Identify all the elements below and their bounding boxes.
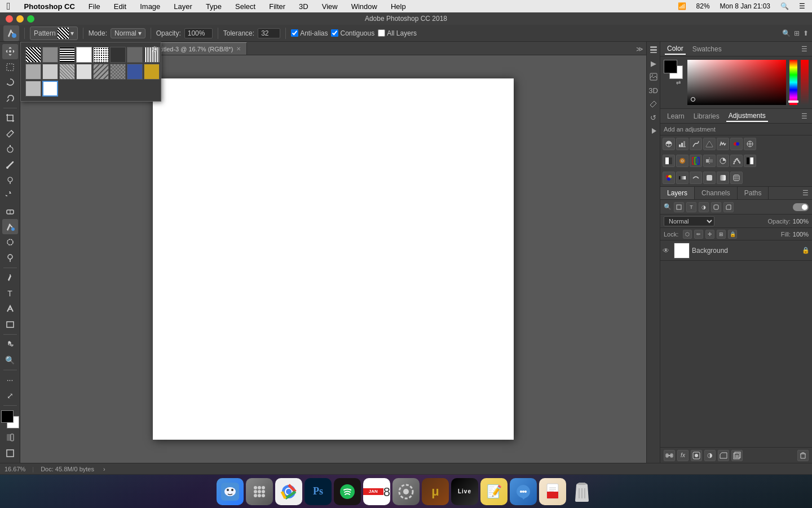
pattern-swatch-13[interactable] [110, 64, 126, 80]
actions-icon[interactable] [648, 125, 659, 137]
solid-color-adj[interactable] [703, 172, 716, 184]
spotify-icon[interactable] [334, 478, 361, 505]
gradient-adj[interactable] [717, 172, 729, 184]
hue-slider[interactable] [789, 60, 797, 105]
current-pattern-swatch[interactable] [58, 28, 69, 39]
menu-help[interactable]: Help [389, 2, 408, 11]
exposure-adj[interactable] [703, 138, 716, 150]
gradient-map-adj[interactable] [676, 172, 689, 184]
dock-item-finder[interactable] [217, 478, 244, 505]
pattern-picker-btn[interactable]: Pattern ▾ [30, 27, 78, 40]
filter-toggle[interactable] [793, 203, 809, 211]
filter-group-btn[interactable] [723, 202, 734, 212]
pattern-swatch-4[interactable] [93, 55, 109, 63]
threshold-adj[interactable] [744, 155, 756, 167]
notes-icon[interactable] [510, 478, 537, 505]
pattern-swatch-7[interactable] [144, 55, 160, 63]
change-screen-mode[interactable] [2, 446, 18, 461]
swatches-tab[interactable]: Swatches [690, 44, 724, 54]
dock-item-chrome[interactable] [275, 478, 302, 505]
play-icon[interactable]: ▶ [648, 58, 659, 69]
menu-window[interactable]: Window [349, 2, 379, 11]
pattern-swatch-8[interactable] [25, 64, 41, 80]
spot-heal-tool[interactable] [2, 142, 18, 157]
mode-dropdown-arrow[interactable]: ▾ [138, 29, 142, 37]
menu-photoshop[interactable]: Photoshop CC [22, 2, 77, 11]
add-mask-btn[interactable] [691, 450, 702, 461]
dock-item-spotify[interactable] [334, 478, 361, 505]
brush-tool[interactable] [2, 157, 18, 172]
calendar-icon[interactable]: JAN 8 [363, 478, 390, 505]
layers-tab-channels[interactable]: Channels [695, 187, 738, 199]
pattern-swatch-12[interactable] [93, 64, 109, 80]
crop-tool[interactable] [2, 111, 18, 126]
curves-adj[interactable] [690, 138, 702, 150]
extras-tool-1[interactable]: ··· [2, 373, 18, 388]
eraser-tool[interactable] [2, 204, 18, 219]
all-layers-checkbox[interactable] [378, 29, 385, 37]
color-lookup-adj[interactable] [703, 155, 716, 167]
clone-stamp-tool[interactable] [2, 173, 18, 188]
pattern-swatch-15[interactable] [144, 64, 160, 80]
tab-collapse-btn[interactable]: ≫ [633, 43, 646, 55]
hsl-adj[interactable] [730, 138, 743, 150]
text-tool[interactable]: T [2, 286, 18, 301]
settings-icon[interactable] [392, 478, 420, 505]
dock-item-mu[interactable]: μ [422, 478, 449, 505]
add-fx-btn[interactable]: fx [677, 450, 689, 461]
apple-menu[interactable]:  [5, 1, 13, 12]
dock-item-preview[interactable] [539, 478, 566, 505]
stickies-icon[interactable]: 📝 [480, 478, 508, 505]
filter-adj-btn[interactable]: ◑ [699, 202, 709, 212]
live-icon[interactable]: Live [451, 478, 478, 505]
tab-close-untitled3[interactable]: ✕ [236, 46, 241, 52]
ps-icon[interactable]: Ps [304, 478, 332, 505]
create-group-btn[interactable] [718, 450, 729, 461]
dock-item-stickies[interactable]: 📝 [480, 478, 508, 505]
mu-icon[interactable]: μ [422, 478, 449, 505]
delete-layer-btn[interactable] [797, 450, 809, 461]
minimize-button[interactable] [16, 15, 24, 23]
pattern-swatch-17[interactable] [42, 81, 58, 97]
pattern-swatch-1[interactable] [42, 55, 58, 63]
paint-bucket-tool-icon[interactable] [3, 25, 19, 41]
anti-alias-checkbox-area[interactable]: Anti-alias [291, 29, 328, 37]
anti-alias-checkbox[interactable] [291, 29, 298, 37]
opacity-input[interactable] [184, 28, 213, 38]
dock-item-launchpad[interactable] [246, 478, 273, 505]
extras-tool-2[interactable]: ⤢ [2, 388, 18, 403]
color-panel-menu[interactable]: ☰ [801, 45, 807, 53]
lock-move-btn[interactable]: ✛ [705, 230, 714, 239]
add-adjustment-btn[interactable]: ◑ [704, 450, 716, 461]
learn-tab[interactable]: Learn [665, 111, 687, 121]
maximize-button[interactable] [27, 15, 34, 23]
layers-tab-paths[interactable]: Paths [738, 187, 769, 199]
pattern-swatch-14[interactable] [127, 64, 143, 80]
color-tab[interactable]: Color [665, 43, 686, 55]
new-layer-btn[interactable] [731, 450, 743, 461]
move-tool[interactable] [2, 44, 18, 59]
link-layers-btn[interactable] [664, 450, 675, 461]
blur-tool[interactable] [2, 235, 18, 250]
status-arrow-icon[interactable]: › [103, 466, 105, 472]
pattern-dropdown-arrow[interactable]: ▾ [70, 29, 74, 37]
select-tool[interactable] [2, 60, 18, 75]
menubar-search-icon[interactable]: 🔍 [778, 2, 791, 10]
pattern-swatch-5[interactable] [110, 55, 126, 63]
contiguous-checkbox-area[interactable]: Contiguous [331, 29, 374, 37]
menu-type[interactable]: Type [204, 2, 224, 11]
image-icon[interactable] [648, 71, 659, 82]
levels-adj[interactable] [676, 138, 689, 150]
close-button[interactable] [6, 15, 13, 23]
search-button[interactable]: 🔍 [782, 29, 791, 37]
fill-value[interactable]: 100% [793, 231, 809, 238]
quick-select-tool[interactable] [2, 91, 18, 106]
hand-tool[interactable] [2, 337, 18, 352]
layer-visibility-background[interactable]: 👁 [663, 247, 672, 255]
channel-mixer-adj[interactable] [690, 155, 702, 167]
layer-row-background[interactable]: 👁 Background 🔒 [660, 240, 812, 261]
menu-3d[interactable]: 3D [297, 2, 311, 11]
pattern-swatch-9[interactable] [42, 64, 58, 80]
canvas-document[interactable] [153, 78, 514, 440]
3d-icon[interactable]: 3D [648, 85, 659, 96]
